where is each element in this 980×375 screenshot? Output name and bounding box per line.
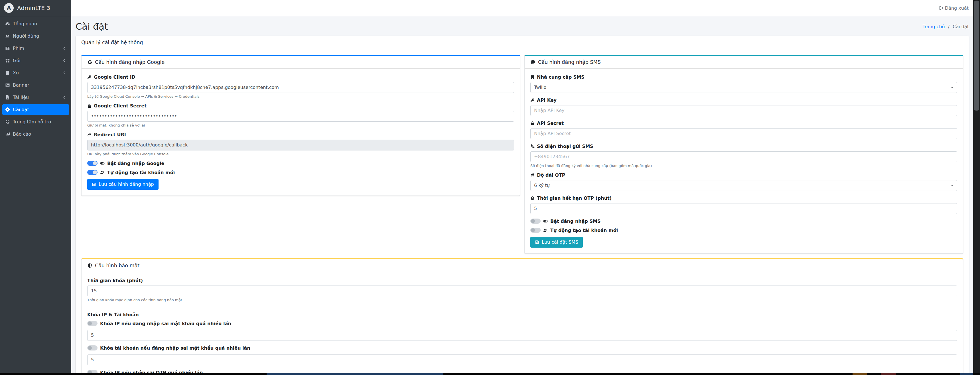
vertical-scrollbar[interactable] bbox=[973, 0, 980, 375]
toggle-on-icon bbox=[543, 219, 548, 223]
sidebar: A AdminLTE 3 Tổng quan Người dùng Phim G… bbox=[0, 0, 71, 375]
otp-length-select[interactable]: 6 ký tự bbox=[530, 180, 957, 191]
security-card-header: Cấu hình bảo mật bbox=[81, 259, 963, 272]
taskbar-segment bbox=[881, 373, 896, 375]
sidebar-item-cai-dat[interactable]: Cài đặt bbox=[2, 104, 69, 115]
hashtag-icon bbox=[530, 173, 535, 177]
security-config-card: Cấu hình bảo mật Thời gian khóa (phút) T… bbox=[81, 259, 963, 375]
link-icon bbox=[87, 132, 92, 137]
sms-login-toggle[interactable] bbox=[530, 219, 541, 224]
google-login-toggle-label: Bật đăng nhập Google bbox=[107, 161, 164, 166]
sidebar-item-xu[interactable]: Xu bbox=[2, 68, 69, 78]
settings-card-body: Cấu hình đăng nhập Google Google Client … bbox=[76, 49, 969, 375]
scrollbar-thumb[interactable] bbox=[974, 0, 979, 111]
lock-ip-password-toggle[interactable] bbox=[87, 321, 97, 326]
top-navbar: Đăng xuất bbox=[71, 0, 973, 16]
sms-phone-label: Số điện thoại gửi SMS bbox=[530, 144, 957, 149]
breadcrumb-current: Cài đặt bbox=[953, 24, 969, 29]
lock-account-password-toggle[interactable] bbox=[87, 345, 97, 351]
user-plus-icon bbox=[543, 228, 548, 232]
sms-phone-help: Số điện thoại đã đăng ký với nhà cung cấ… bbox=[530, 164, 957, 168]
taskbar-segment bbox=[267, 373, 443, 375]
building-icon bbox=[530, 75, 535, 79]
google-login-toggle[interactable] bbox=[87, 161, 97, 166]
settings-card-header: Quản lý cài đặt hệ thống bbox=[76, 36, 969, 49]
sms-api-secret-input[interactable] bbox=[530, 128, 957, 139]
sidebar-item-tai-lieu[interactable]: Tài liệu bbox=[2, 92, 69, 103]
sidebar-item-banner[interactable]: Banner bbox=[2, 80, 69, 91]
brand[interactable]: A AdminLTE 3 bbox=[0, 0, 71, 16]
security-card-title: Cấu hình bảo mật bbox=[95, 263, 140, 269]
logout-button[interactable]: Đăng xuất bbox=[939, 5, 969, 11]
taskbar-segment bbox=[960, 373, 973, 375]
taskbar-segment bbox=[853, 373, 867, 375]
shield-icon bbox=[87, 263, 92, 268]
otp-expiry-input[interactable] bbox=[530, 203, 957, 214]
sms-api-key-input[interactable] bbox=[530, 105, 957, 116]
brand-title: AdminLTE 3 bbox=[17, 5, 50, 11]
phone-icon bbox=[530, 144, 535, 148]
save-google-config-button[interactable]: Lưu cấu hình đăng nhập bbox=[87, 179, 159, 190]
lock-time-help: Thời gian khóa mặc định cho các tính năn… bbox=[87, 298, 957, 302]
sidebar-item-label: Banner bbox=[13, 83, 66, 88]
file-icon bbox=[5, 95, 13, 100]
lock-account-password-attempts-input[interactable] bbox=[87, 354, 957, 365]
sidebar-item-label: Xu bbox=[13, 70, 62, 76]
sms-phone-input[interactable] bbox=[530, 151, 957, 162]
sms-card-title: Cấu hình đăng nhập SMS bbox=[538, 59, 601, 65]
settings-card: Quản lý cài đặt hệ thống Cấu hình đăng n… bbox=[76, 36, 969, 375]
redirect-uri-help: URI này phải được thêm vào Google Consol… bbox=[87, 152, 514, 156]
google-client-secret-label: Google Client Secret bbox=[87, 103, 514, 108]
lock-icon bbox=[87, 104, 92, 108]
sms-provider-select[interactable]: Twilio bbox=[530, 82, 957, 93]
redirect-uri-label: Redirect URI bbox=[87, 132, 514, 137]
sms-icon bbox=[530, 60, 536, 65]
chevron-left-icon bbox=[62, 95, 66, 99]
sms-auto-create-toggle-label: Tự động tạo tài khoản mới bbox=[550, 228, 618, 233]
google-client-secret-input[interactable] bbox=[87, 111, 514, 122]
users-icon bbox=[5, 33, 13, 38]
sms-auto-create-toggle[interactable] bbox=[530, 228, 541, 233]
sms-api-secret-label: API Secret bbox=[530, 121, 957, 126]
chevron-left-icon bbox=[62, 59, 66, 62]
breadcrumb: Trang chủ / Cài đặt bbox=[923, 24, 969, 29]
google-config-card: Cấu hình đăng nhập Google Google Client … bbox=[81, 55, 520, 196]
lock-icon bbox=[530, 121, 535, 126]
sidebar-item-nguoi-dung[interactable]: Người dùng bbox=[2, 31, 69, 41]
key-icon bbox=[530, 98, 535, 102]
redirect-uri-input[interactable] bbox=[87, 140, 514, 151]
lock-ip-password-attempts-input[interactable] bbox=[87, 330, 957, 341]
lock-account-password-label: Khóa tài khoản nếu đăng nhập sai mật khẩ… bbox=[100, 345, 250, 351]
google-client-id-input[interactable] bbox=[87, 82, 514, 93]
save-sms-settings-button[interactable]: Lưu cài đặt SMS bbox=[530, 237, 583, 248]
lock-time-label: Thời gian khóa (phút) bbox=[87, 278, 957, 283]
logout-label: Đăng xuất bbox=[945, 5, 969, 11]
sidebar-item-goi[interactable]: Gói bbox=[2, 55, 69, 66]
sidebar-item-label: Gói bbox=[13, 58, 62, 63]
sidebar-item-label: Tài liệu bbox=[13, 95, 62, 100]
sidebar-item-bao-cao[interactable]: Báo cáo bbox=[2, 129, 69, 139]
sign-out-icon bbox=[939, 6, 943, 10]
lock-ip-password-label: Khóa IP nếu đăng nhập sai mật khẩu quá n… bbox=[100, 321, 231, 326]
sidebar-item-phim[interactable]: Phim bbox=[2, 43, 69, 54]
sidebar-item-label: Tổng quan bbox=[13, 21, 66, 27]
sidebar-item-label: Trung tâm hỗ trợ bbox=[13, 119, 66, 124]
page-title: Cài đặt bbox=[76, 21, 108, 32]
breadcrumb-home-link[interactable]: Trang chủ bbox=[923, 24, 945, 29]
film-icon bbox=[5, 46, 13, 51]
sms-card-header: Cấu hình đăng nhập SMS bbox=[525, 56, 963, 69]
headset-icon bbox=[5, 119, 13, 124]
sidebar-item-tong-quan[interactable]: Tổng quan bbox=[2, 19, 69, 29]
google-auto-create-toggle[interactable] bbox=[87, 170, 97, 175]
sms-provider-label: Nhà cung cấp SMS bbox=[530, 75, 957, 80]
chevron-left-icon bbox=[62, 71, 66, 75]
gift-icon bbox=[5, 58, 13, 63]
otp-length-label: Độ dài OTP bbox=[530, 172, 957, 178]
sms-config-card: Cấu hình đăng nhập SMS Nhà cung cấp SMS bbox=[524, 55, 963, 254]
sidebar-item-ho-tro[interactable]: Trung tâm hỗ trợ bbox=[2, 116, 69, 127]
lock-time-input[interactable] bbox=[87, 286, 957, 296]
toggle-on-icon bbox=[100, 161, 105, 165]
sidebar-item-label: Báo cáo bbox=[13, 131, 66, 137]
google-auto-create-toggle-label: Tự động tạo tài khoản mới bbox=[107, 170, 175, 175]
chevron-left-icon bbox=[62, 46, 66, 50]
